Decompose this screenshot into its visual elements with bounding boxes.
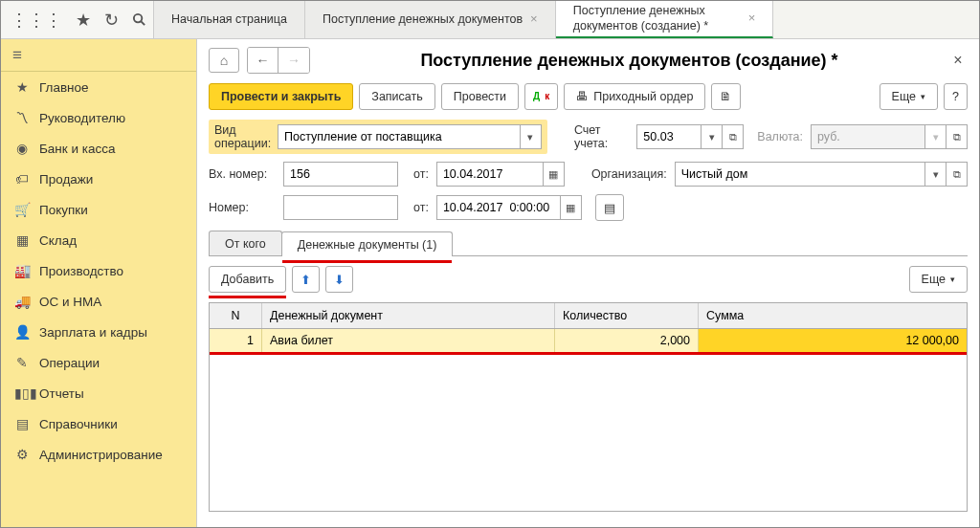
move-down-button[interactable]: ⬇ xyxy=(325,266,353,293)
chevron-down-icon[interactable]: ▾ xyxy=(521,124,542,149)
more-button[interactable]: Еще▾ xyxy=(909,266,968,293)
attach-button[interactable]: 🗎 xyxy=(711,83,741,110)
sidebar-item-reports[interactable]: ▮▯▮Отчеты xyxy=(1,378,196,408)
extra-button[interactable]: ▤ xyxy=(595,194,624,221)
account-field[interactable] xyxy=(636,124,702,149)
cart-icon: 🛒 xyxy=(14,202,30,217)
num-date-field[interactable] xyxy=(436,195,561,220)
more-button[interactable]: Еще▾ xyxy=(880,83,938,110)
toolbar-icons: ⋮⋮⋮ ★ ↻ xyxy=(1,1,154,38)
write-button[interactable]: Записать xyxy=(359,83,434,110)
close-icon[interactable]: × xyxy=(748,11,756,26)
tab-doc-list[interactable]: Поступление денежных документов × xyxy=(305,1,556,38)
currency-field xyxy=(811,124,925,149)
num-field[interactable] xyxy=(283,195,398,220)
org-field[interactable] xyxy=(675,162,925,187)
sidebar-item-assets[interactable]: 🚚ОС и НМА xyxy=(1,286,196,317)
sidebar-item-main[interactable]: ★Главное xyxy=(1,72,196,102)
chevron-down-icon[interactable]: ▾ xyxy=(925,162,947,187)
tab-money-docs[interactable]: Денежные документы (1) xyxy=(281,231,454,256)
print-icon: 🖶 xyxy=(576,90,589,103)
star-icon: ★ xyxy=(14,79,30,95)
dk-button[interactable]: Дк xyxy=(524,83,558,110)
forward-button: → xyxy=(278,48,309,73)
cell-sum[interactable]: 12 000,00 xyxy=(699,329,967,352)
manual-icon: ✎ xyxy=(14,355,30,370)
home-icon[interactable]: ⌂ xyxy=(209,48,239,73)
sidebar-item-manager[interactable]: 〽Руководителю xyxy=(1,102,196,133)
num-date-label: от: xyxy=(413,201,429,214)
sidebar-item-ops[interactable]: ✎Операции xyxy=(1,347,196,378)
factory-icon: 🏭 xyxy=(14,263,30,278)
col-sum-header[interactable]: Сумма xyxy=(699,303,967,328)
cell-n: 1 xyxy=(210,329,262,352)
currency-label: Валюта: xyxy=(757,130,803,143)
sidebar-item-bank[interactable]: ◉Банк и касса xyxy=(1,133,196,164)
org-label: Организация: xyxy=(591,167,667,181)
cell-doc[interactable]: Авиа билет xyxy=(262,329,555,352)
tab-home[interactable]: Начальная страница xyxy=(154,1,305,38)
toolbar: Провести и закрыть Записать Провести Дк … xyxy=(209,83,968,110)
person-icon: 👤 xyxy=(14,324,30,340)
open-icon[interactable]: ⧉ xyxy=(947,162,968,187)
open-icon[interactable]: ⧉ xyxy=(723,124,744,149)
tab-label: Начальная страница xyxy=(171,12,287,28)
grid-empty-area xyxy=(210,355,967,511)
sidebar-label: Операции xyxy=(39,356,100,370)
tab-from-who[interactable]: От кого xyxy=(209,231,282,255)
cash-order-button[interactable]: 🖶Приходный ордер xyxy=(564,83,705,110)
sidebar-item-warehouse[interactable]: ▦Склад xyxy=(1,225,196,255)
sidebar-toggle[interactable]: ≡ xyxy=(1,39,196,72)
calendar-icon[interactable]: ▦ xyxy=(544,162,565,187)
sidebar-label: Главное xyxy=(39,80,89,95)
star-icon[interactable]: ★ xyxy=(76,10,91,31)
apps-icon[interactable]: ⋮⋮⋮ xyxy=(11,10,62,31)
sidebar-label: Банк и касса xyxy=(39,142,116,156)
table-row[interactable]: 1 Авиа билет 2,000 12 000,00 xyxy=(210,329,967,352)
account-label: Счет учета: xyxy=(574,123,629,150)
highlight-underline xyxy=(282,260,453,263)
post-button[interactable]: Провести xyxy=(441,83,519,110)
close-button[interactable]: × xyxy=(948,52,968,69)
sidebar-label: ОС и НМА xyxy=(39,295,101,309)
calendar-icon[interactable]: ▦ xyxy=(561,195,582,220)
tab-doc-create[interactable]: Поступление денежных документов (создани… xyxy=(556,1,774,38)
search-icon[interactable] xyxy=(132,12,146,27)
sidebar-item-purchases[interactable]: 🛒Покупки xyxy=(1,194,196,225)
post-and-close-button[interactable]: Провести и закрыть xyxy=(209,83,353,110)
sidebar-label: Отчеты xyxy=(39,386,84,401)
col-doc-header[interactable]: Денежный документ xyxy=(262,303,555,328)
sidebar-item-hr[interactable]: 👤Зарплата и кадры xyxy=(1,317,196,347)
chevron-down-icon[interactable]: ▾ xyxy=(702,124,723,149)
tabstrip: От кого Денежные документы (1) xyxy=(209,231,968,256)
sidebar-label: Производство xyxy=(39,264,123,278)
history-icon[interactable]: ↻ xyxy=(104,10,119,31)
svg-point-0 xyxy=(134,14,142,22)
sidebar-item-production[interactable]: 🏭Производство xyxy=(1,255,196,286)
in-num-field[interactable] xyxy=(283,162,398,187)
cell-qty[interactable]: 2,000 xyxy=(555,329,699,352)
sidebar-label: Администрирование xyxy=(39,448,163,462)
sidebar: ≡ ★Главное 〽Руководителю ◉Банк и касса 🏷… xyxy=(1,39,197,527)
add-row-button[interactable]: Добавить xyxy=(209,266,286,293)
col-qty-header[interactable]: Количество xyxy=(555,303,699,328)
sidebar-item-sales[interactable]: 🏷Продажи xyxy=(1,164,196,194)
in-date-field[interactable] xyxy=(436,162,544,187)
chevron-down-icon: ▾ xyxy=(925,124,947,149)
move-up-button[interactable]: ⬆ xyxy=(292,266,320,293)
sidebar-item-catalogs[interactable]: ▤Справочники xyxy=(1,408,196,439)
sidebar-label: Справочники xyxy=(39,417,118,431)
col-n-header[interactable]: N xyxy=(210,303,262,328)
back-button[interactable]: ← xyxy=(248,48,278,73)
op-type-select[interactable] xyxy=(278,124,521,149)
open-icon[interactable]: ⧉ xyxy=(947,124,968,149)
sidebar-label: Покупки xyxy=(39,203,88,217)
gear-icon: ⚙ xyxy=(14,447,30,462)
svg-line-1 xyxy=(141,21,145,25)
sidebar-item-admin[interactable]: ⚙Администрирование xyxy=(1,439,196,470)
help-button[interactable]: ? xyxy=(944,83,968,110)
close-icon[interactable]: × xyxy=(530,11,538,27)
chevron-down-icon: ▾ xyxy=(950,275,955,284)
num-label: Номер: xyxy=(209,201,276,214)
window-tabs: Начальная страница Поступление денежных … xyxy=(154,1,979,38)
